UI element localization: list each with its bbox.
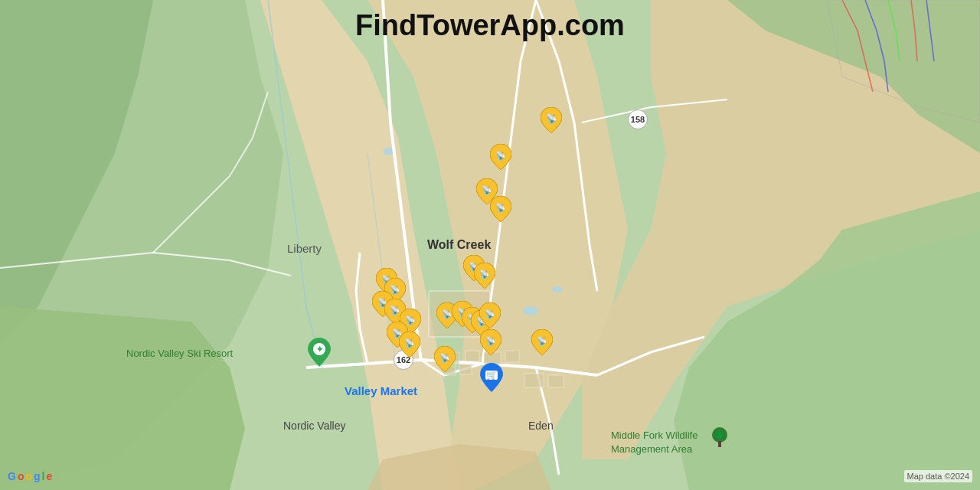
svg-rect-9 — [459, 364, 472, 374]
svg-text:📡: 📡 — [495, 202, 506, 213]
svg-point-3 — [552, 286, 563, 292]
svg-rect-40 — [718, 441, 721, 447]
svg-rect-10 — [524, 374, 544, 387]
nordic-valley-ski-pin[interactable]: ✦ — [308, 338, 331, 370]
svg-rect-5 — [466, 351, 479, 361]
svg-text:📡: 📡 — [404, 338, 415, 348]
svg-rect-7 — [505, 351, 519, 362]
svg-point-2 — [523, 306, 538, 315]
tower-pin-18[interactable]: 📡 — [479, 302, 501, 328]
svg-text:📡: 📡 — [495, 150, 506, 161]
valley-market-cart-pin[interactable]: 🛒 — [480, 363, 503, 395]
tower-pin-2[interactable]: 📡 — [490, 144, 511, 170]
tower-pin-19[interactable]: 📡 — [480, 329, 501, 355]
svg-text:🛒: 🛒 — [486, 369, 498, 381]
tower-pin-13[interactable]: 📡 — [399, 332, 420, 358]
tower-pin-4[interactable]: 📡 — [490, 196, 511, 222]
road-shield-158: 158 — [628, 109, 648, 129]
svg-text:📡: 📡 — [390, 305, 400, 315]
svg-text:📡: 📡 — [485, 309, 495, 319]
google-watermark: G o o g l e — [8, 470, 52, 482]
map-attribution: Map data ©2024 — [904, 470, 973, 482]
middle-fork-tree-icon: 🌲 — [710, 427, 729, 452]
svg-text:📡: 📡 — [439, 352, 450, 363]
app-title: FindTowerApp.com — [355, 9, 625, 42]
svg-text:📡: 📡 — [546, 113, 557, 124]
map-background — [0, 0, 980, 490]
svg-text:📡: 📡 — [442, 309, 452, 319]
tower-pin-6[interactable]: 📡 — [474, 263, 495, 289]
tower-pin-1[interactable]: 📡 — [541, 107, 562, 133]
svg-text:📡: 📡 — [537, 335, 547, 346]
svg-text:🌲: 🌲 — [714, 430, 725, 440]
svg-text:✦: ✦ — [316, 345, 323, 354]
svg-text:📡: 📡 — [479, 269, 490, 279]
svg-text:📡: 📡 — [482, 185, 492, 195]
tower-pin-21[interactable]: 📡 — [531, 329, 553, 355]
svg-text:📡: 📡 — [485, 335, 496, 346]
map-container: FindTowerApp.com 158 162 📡 📡 📡 📡 📡 📡 📡 📡… — [0, 0, 980, 490]
svg-rect-11 — [548, 375, 564, 387]
tower-pin-20[interactable]: 📡 — [434, 346, 456, 372]
